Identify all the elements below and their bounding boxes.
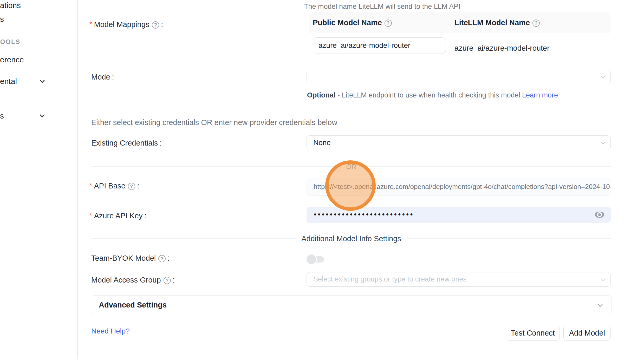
team-byok-label: Team-BYOK Model?: (91, 254, 170, 263)
column-header-public-model-name: Public Model Name? (313, 12, 392, 33)
mode-help-text: Optional - LiteLLM endpoint to use when … (307, 89, 579, 101)
azure-api-key-input[interactable]: ••••••••••••••••••••••••• (307, 207, 611, 223)
column-header-litellm-model-name: LiteLLM Model Name? (454, 12, 540, 33)
mode-label: Mode: (91, 73, 114, 81)
additional-model-info-divider: Additional Model Info Settings (91, 234, 611, 243)
existing-credentials-value: None (313, 136, 331, 149)
credentials-note: Either select existing credentials OR en… (91, 118, 337, 127)
help-circle-icon[interactable]: ? (128, 183, 135, 190)
toggle-knob (307, 254, 316, 264)
model-mappings-label: *Model Mappings?: (89, 20, 163, 29)
advanced-settings-panel[interactable]: Advanced Settings (91, 295, 612, 315)
additional-model-info-label: Additional Model Info Settings (296, 234, 407, 243)
sidebar-item-truncated-1[interactable]: ations (0, 1, 21, 10)
public-model-name-input[interactable]: azure_ai/azure-model-router (313, 37, 446, 54)
add-model-screen: ations s TOOLS erence ental s The model … (0, 0, 644, 360)
help-circle-icon[interactable]: ? (158, 255, 166, 262)
required-asterisk: * (89, 182, 92, 189)
model-access-group-label: Model Access Group?: (91, 276, 175, 284)
chevron-down-icon (600, 140, 606, 146)
mode-select[interactable] (307, 70, 611, 84)
chevron-down-icon (39, 112, 46, 119)
help-circle-icon[interactable]: ? (532, 19, 540, 27)
chevron-down-icon (39, 78, 46, 85)
eye-icon[interactable] (595, 211, 604, 219)
or-divider: OR (91, 162, 611, 171)
add-model-form-card: The model name LiteLLM will send to the … (77, 0, 621, 357)
masked-api-key-value: ••••••••••••••••••••••••• (314, 207, 414, 222)
model-mappings-table: Public Model Name? LiteLLM Model Name? a… (309, 12, 610, 63)
chevron-down-icon (600, 74, 606, 80)
chevron-down-icon (600, 277, 606, 283)
advanced-settings-label: Advanced Settings (99, 296, 167, 315)
sidebar-item-truncated-3[interactable]: erence (0, 55, 24, 64)
or-divider-label: OR (341, 163, 362, 171)
api-base-input[interactable]: https://<test>.openai.azure.com/openai/d… (307, 178, 611, 196)
required-asterisk: * (89, 212, 92, 219)
model-mappings-table-header: Public Model Name? LiteLLM Model Name? (309, 12, 610, 33)
litellm-model-name-value: azure_ai/azure-model-router (454, 33, 550, 63)
required-asterisk: * (89, 20, 92, 28)
model-name-help-text: The model name LiteLLM will send to the … (304, 2, 460, 11)
add-model-button[interactable]: Add Model (563, 326, 611, 341)
help-circle-icon[interactable]: ? (152, 21, 159, 29)
chevron-down-icon (597, 302, 604, 309)
sidebar-item-truncated-2[interactable]: s (0, 15, 4, 24)
azure-api-key-label: *Azure API Key: (89, 211, 147, 220)
api-base-label: *API Base?: (89, 181, 139, 190)
existing-credentials-label: Existing Credentials: (91, 139, 162, 147)
help-circle-icon[interactable]: ? (385, 19, 392, 27)
need-help-link[interactable]: Need Help? (91, 327, 130, 335)
existing-credentials-select[interactable]: None (307, 135, 611, 150)
test-connect-button[interactable]: Test Connect (506, 326, 560, 341)
sidebar: ations s TOOLS erence ental s (0, 0, 77, 360)
table-row: azure_ai/azure-model-router azure_ai/azu… (309, 33, 610, 63)
help-circle-icon[interactable]: ? (164, 277, 171, 284)
sidebar-item-truncated-5[interactable]: s (0, 112, 4, 120)
model-access-group-select[interactable]: Select existing groups or type to create… (307, 272, 611, 287)
sidebar-section-tools: TOOLS (0, 38, 21, 45)
sidebar-item-truncated-4[interactable]: ental (0, 77, 17, 86)
learn-more-link[interactable]: Learn more (522, 91, 558, 99)
model-access-group-placeholder: Select existing groups or type to create… (313, 272, 467, 286)
team-byok-toggle[interactable] (307, 254, 324, 264)
